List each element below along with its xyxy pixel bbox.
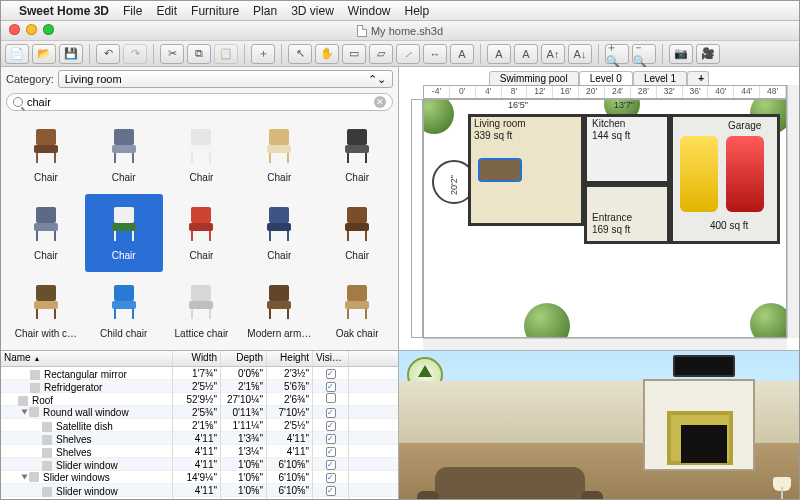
menu-edit[interactable]: Edit bbox=[156, 4, 177, 18]
menu-help[interactable]: Help bbox=[405, 4, 430, 18]
room-tool-button[interactable]: ▱ bbox=[369, 44, 393, 64]
video-button[interactable]: 🎥 bbox=[696, 44, 720, 64]
save-file-button[interactable]: 💾 bbox=[59, 44, 83, 64]
menu-3dview[interactable]: 3D view bbox=[291, 4, 334, 18]
catalog-search-field[interactable]: ✕ bbox=[6, 93, 393, 111]
plan-canvas[interactable]: 16'5" 13'7" 20'2" 20'6" Living room339 s… bbox=[423, 99, 787, 338]
car-yellow-icon[interactable] bbox=[680, 136, 718, 212]
3d-view-panel[interactable] bbox=[399, 351, 799, 500]
catalog-item[interactable]: Chair bbox=[240, 194, 318, 272]
add-furniture-button[interactable]: ＋ bbox=[251, 44, 275, 64]
inc-text-button[interactable]: A↑ bbox=[541, 44, 565, 64]
visible-checkbox[interactable]: ✓ bbox=[326, 460, 336, 470]
col-width[interactable]: Width bbox=[173, 351, 221, 366]
toolbar-separator bbox=[153, 44, 154, 64]
col-visible[interactable]: Visible bbox=[313, 351, 349, 366]
add-level-button[interactable]: + bbox=[687, 71, 709, 85]
plan-view-panel[interactable]: Swimming pool Level 0 Level 1 + -4'0'4'8… bbox=[399, 67, 799, 351]
catalog-item[interactable]: Modern arm… bbox=[240, 272, 318, 350]
plan-item-sofa[interactable] bbox=[478, 158, 522, 182]
catalog-item-label: Chair bbox=[267, 250, 291, 261]
close-window-button[interactable] bbox=[9, 24, 20, 35]
catalog-thumbnail bbox=[327, 194, 387, 248]
visible-checkbox[interactable]: ✓ bbox=[326, 447, 336, 457]
col-depth[interactable]: Depth bbox=[221, 351, 267, 366]
cell-height: 5'6⅞" bbox=[267, 380, 313, 393]
catalog-item[interactable]: Chair bbox=[85, 116, 163, 194]
category-select[interactable]: Living room ⌃⌄ bbox=[58, 70, 393, 88]
visible-checkbox[interactable]: ✓ bbox=[326, 408, 336, 418]
catalog-item[interactable]: Chair bbox=[163, 116, 241, 194]
visible-checkbox[interactable]: ✓ bbox=[326, 486, 336, 496]
cell-depth: 1'3¾" bbox=[221, 432, 267, 445]
catalog-thumbnail bbox=[171, 272, 231, 326]
menu-plan[interactable]: Plan bbox=[253, 4, 277, 18]
catalog-thumbnail bbox=[249, 194, 309, 248]
cell-height: 7'10½" bbox=[267, 406, 313, 419]
catalog-item[interactable]: Chair bbox=[240, 116, 318, 194]
furniture-icon bbox=[18, 396, 28, 406]
catalog-item[interactable]: Chair bbox=[318, 116, 396, 194]
catalog-item[interactable]: Chair with c… bbox=[7, 272, 85, 350]
cut-button[interactable]: ✂ bbox=[160, 44, 184, 64]
tab-level-0[interactable]: Level 0 bbox=[579, 71, 633, 85]
italic-button[interactable]: A bbox=[514, 44, 538, 64]
ruler-tick: 16' bbox=[553, 86, 579, 98]
tab-level-1[interactable]: Level 1 bbox=[633, 71, 687, 85]
furniture-list-body[interactable]: Rectangular mirror 1'7¾" 0'0⅝" 2'3½" ✓ R… bbox=[1, 367, 398, 500]
visible-checkbox[interactable]: ✓ bbox=[326, 434, 336, 444]
catalog-item[interactable]: Chair bbox=[85, 194, 163, 272]
plan-horizontal-scrollbar[interactable] bbox=[423, 338, 787, 350]
clear-search-button[interactable]: ✕ bbox=[374, 96, 386, 108]
visible-checkbox[interactable]: ✓ bbox=[326, 382, 336, 392]
dimension-tool-button[interactable]: ↔ bbox=[423, 44, 447, 64]
polyline-tool-button[interactable]: ⟋ bbox=[396, 44, 420, 64]
bold-button[interactable]: A bbox=[487, 44, 511, 64]
tab-swimming-pool[interactable]: Swimming pool bbox=[489, 71, 579, 85]
document-proxy-icon[interactable] bbox=[357, 25, 367, 37]
catalog-item[interactable]: Lattice chair bbox=[163, 272, 241, 350]
copy-button[interactable]: ⧉ bbox=[187, 44, 211, 64]
menu-furniture[interactable]: Furniture bbox=[191, 4, 239, 18]
car-red-icon[interactable] bbox=[726, 136, 764, 212]
open-file-button[interactable]: 📂 bbox=[32, 44, 56, 64]
wall-tool-button[interactable]: ▭ bbox=[342, 44, 366, 64]
undo-button[interactable]: ↶ bbox=[96, 44, 120, 64]
zoom-in-button[interactable]: ＋🔍 bbox=[605, 44, 629, 64]
pan-tool-button[interactable]: ✋ bbox=[315, 44, 339, 64]
dec-text-button[interactable]: A↓ bbox=[568, 44, 592, 64]
visible-checkbox[interactable]: ✓ bbox=[326, 421, 336, 431]
visible-checkbox[interactable]: ✓ bbox=[326, 369, 336, 379]
catalog-item[interactable]: Oak chair bbox=[318, 272, 396, 350]
cell-height: 4'11" bbox=[267, 432, 313, 445]
catalog-item[interactable]: Chair bbox=[318, 194, 396, 272]
minimize-window-button[interactable] bbox=[26, 24, 37, 35]
catalog-item[interactable]: Chair bbox=[7, 116, 85, 194]
catalog-item[interactable]: Chair bbox=[163, 194, 241, 272]
new-file-button[interactable]: 📄 bbox=[5, 44, 29, 64]
text-tool-button[interactable]: A bbox=[450, 44, 474, 64]
catalog-item-label: Chair bbox=[112, 172, 136, 183]
menu-file[interactable]: File bbox=[123, 4, 142, 18]
visible-checkbox[interactable]: ✓ bbox=[326, 473, 336, 483]
zoom-window-button[interactable] bbox=[43, 24, 54, 35]
catalog-thumbnail bbox=[327, 272, 387, 326]
app-menu[interactable]: Sweet Home 3D bbox=[19, 4, 109, 18]
select-tool-button[interactable]: ↖ bbox=[288, 44, 312, 64]
cell-height: 6'10⅝" bbox=[267, 458, 313, 471]
col-name[interactable]: Name ▲ bbox=[1, 351, 173, 366]
photo-button[interactable]: 📷 bbox=[669, 44, 693, 64]
ruler-tick: 36' bbox=[683, 86, 709, 98]
plan-vertical-scrollbar[interactable] bbox=[787, 85, 799, 338]
catalog-search-input[interactable] bbox=[27, 96, 370, 108]
zoom-out-button[interactable]: －🔍 bbox=[632, 44, 656, 64]
col-height[interactable]: Height bbox=[267, 351, 313, 366]
disclosure-triangle-icon[interactable] bbox=[22, 410, 28, 415]
catalog-item[interactable]: Chair bbox=[7, 194, 85, 272]
disclosure-triangle-icon[interactable] bbox=[22, 475, 28, 480]
app-window: Sweet Home 3D File Edit Furniture Plan 3… bbox=[0, 0, 800, 500]
visible-checkbox[interactable] bbox=[326, 393, 336, 403]
ruler-tick: 32' bbox=[657, 86, 683, 98]
catalog-item[interactable]: Child chair bbox=[85, 272, 163, 350]
menu-window[interactable]: Window bbox=[348, 4, 391, 18]
